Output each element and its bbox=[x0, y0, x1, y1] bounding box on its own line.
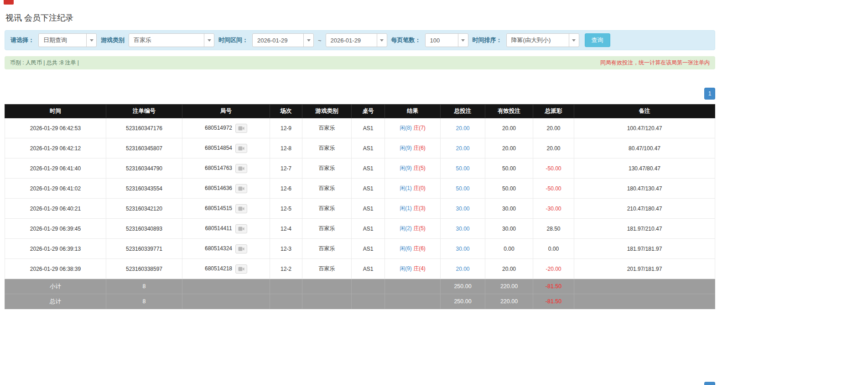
page-title: 视讯 会员下注纪录 bbox=[5, 0, 715, 30]
column-header: 局号 bbox=[182, 105, 270, 118]
round-video-button[interactable] bbox=[235, 184, 247, 193]
cell-round-id: 680514411 bbox=[182, 219, 270, 239]
cell-table-no: AS1 bbox=[352, 239, 385, 259]
cell-note: 130.47/80.47 bbox=[574, 158, 715, 179]
cell-total-bet: 20.00 bbox=[441, 138, 485, 158]
cell-session: 12-9 bbox=[270, 118, 302, 138]
filter-bar: 请选择： 日期查询 游戏类别 百家乐 时间区间： 2026-01-29 ~ 20… bbox=[5, 30, 715, 50]
result-banker: 庄(3) bbox=[413, 205, 426, 211]
cell-time: 2026-01-29 06:42:12 bbox=[5, 138, 106, 158]
result-player: 闲(1) bbox=[400, 205, 412, 211]
search-button[interactable]: 查询 bbox=[585, 33, 610, 47]
cell-session: 12-3 bbox=[270, 239, 302, 259]
cell-table-no: AS1 bbox=[352, 118, 385, 138]
cell-time: 2026-01-29 06:41:02 bbox=[5, 179, 106, 199]
total-bet-link[interactable]: 30.00 bbox=[456, 206, 469, 212]
round-id-text: 680514411 bbox=[205, 225, 232, 232]
column-header: 结果 bbox=[385, 105, 441, 118]
subtotal-row: 小计8250.00220.00-81.50 bbox=[5, 279, 715, 294]
query-mode-select[interactable]: 日期查询 bbox=[38, 33, 97, 47]
round-video-button[interactable] bbox=[235, 124, 247, 133]
cell-table-no: AS1 bbox=[352, 199, 385, 219]
chevron-down-icon bbox=[204, 34, 214, 47]
column-header: 游戏类别 bbox=[302, 105, 352, 118]
column-header: 注单编号 bbox=[106, 105, 182, 118]
cell-time: 2026-01-29 06:41:40 bbox=[5, 158, 106, 179]
game-type-select[interactable]: 百家乐 bbox=[129, 33, 214, 47]
page-size-label: 每页笔数： bbox=[391, 36, 421, 44]
cell-note: 201.97/181.97 bbox=[574, 259, 715, 279]
date-from-select[interactable]: 2026-01-29 bbox=[252, 33, 314, 47]
round-video-button[interactable] bbox=[235, 144, 247, 153]
cell-note: 210.47/180.47 bbox=[574, 199, 715, 219]
page-1-button[interactable]: 1 bbox=[704, 88, 715, 100]
cell-table-no: AS1 bbox=[352, 219, 385, 239]
cell-payout: 20.00 bbox=[533, 118, 574, 138]
cell-note: 80.47/100.47 bbox=[574, 138, 715, 158]
result-player: 闲(8) bbox=[400, 125, 412, 131]
video-replay-icon bbox=[238, 186, 244, 191]
cell-session: 12-7 bbox=[270, 158, 302, 179]
cell-time: 2026-01-29 06:40:21 bbox=[5, 199, 106, 219]
result-player: 闲(1) bbox=[400, 185, 412, 191]
total-bet-link[interactable]: 20.00 bbox=[456, 145, 469, 152]
total-bet-link[interactable]: 20.00 bbox=[456, 125, 469, 132]
total-bet-link[interactable]: 50.00 bbox=[456, 185, 469, 192]
result-player: 闲(9) bbox=[400, 145, 412, 151]
cell-payout: -50.00 bbox=[533, 179, 574, 199]
cell-total-bet: 30.00 bbox=[441, 219, 485, 239]
total-bet-link[interactable]: 20.00 bbox=[456, 266, 469, 272]
cell-payout: 28.50 bbox=[533, 219, 574, 239]
summary-payout: -81.50 bbox=[533, 279, 574, 294]
cell-result: 闲(1) 庄(0) bbox=[385, 179, 441, 199]
cell-total-bet: 30.00 bbox=[441, 199, 485, 219]
cell-note: 100.47/120.47 bbox=[574, 118, 715, 138]
chevron-down-icon bbox=[377, 34, 387, 47]
cell-note: 180.47/130.47 bbox=[574, 179, 715, 199]
cell-note: 181.97/210.47 bbox=[574, 219, 715, 239]
page-size-select[interactable]: 100 bbox=[425, 33, 468, 47]
result-player: 闲(9) bbox=[400, 165, 412, 171]
cell-game-type: 百家乐 bbox=[302, 158, 352, 179]
video-replay-icon bbox=[238, 246, 244, 252]
cell-bet-id: 523160345807 bbox=[106, 138, 182, 158]
total-bet-link[interactable]: 50.00 bbox=[456, 165, 469, 172]
summary-count: 8 bbox=[106, 279, 182, 294]
round-video-button[interactable] bbox=[235, 204, 247, 213]
video-replay-icon bbox=[238, 206, 244, 211]
page-1-button[interactable]: 1 bbox=[704, 382, 715, 385]
cell-valid-bet: 20.00 bbox=[485, 259, 533, 279]
cell-total-bet: 50.00 bbox=[441, 158, 485, 179]
sort-select[interactable]: 降冪(由大到小) bbox=[506, 33, 579, 47]
cell-table-no: AS1 bbox=[352, 138, 385, 158]
cell-payout: 0.00 bbox=[533, 239, 574, 259]
records-table: 时间注单编号局号场次游戏类别桌号结果总投注有效投注总派彩备注 2026-01-2… bbox=[5, 104, 715, 309]
date-to-select[interactable]: 2026-01-29 bbox=[326, 33, 387, 47]
date-to-value: 2026-01-29 bbox=[326, 37, 366, 44]
round-id-text: 680514515 bbox=[205, 205, 232, 211]
cell-bet-id: 523160340893 bbox=[106, 219, 182, 239]
cell-game-type: 百家乐 bbox=[302, 259, 352, 279]
cell-total-bet: 20.00 bbox=[441, 118, 485, 138]
result-player: 闲(9) bbox=[400, 265, 412, 272]
round-video-button[interactable] bbox=[235, 244, 247, 253]
summary-label: 小计 bbox=[5, 279, 106, 294]
cell-table-no: AS1 bbox=[352, 259, 385, 279]
total-bet-link[interactable]: 30.00 bbox=[456, 226, 469, 232]
pagination-top: 1 bbox=[5, 88, 715, 100]
game-type-value: 百家乐 bbox=[129, 36, 156, 44]
round-video-button[interactable] bbox=[235, 224, 247, 233]
cell-result: 闲(9) 庄(4) bbox=[385, 259, 441, 279]
cell-valid-bet: 20.00 bbox=[485, 118, 533, 138]
chevron-down-icon bbox=[458, 34, 468, 47]
cell-session: 12-2 bbox=[270, 259, 302, 279]
total-bet-link[interactable]: 30.00 bbox=[456, 246, 469, 252]
round-video-button[interactable] bbox=[235, 264, 247, 274]
result-player: 闲(6) bbox=[400, 245, 412, 252]
round-video-button[interactable] bbox=[235, 164, 247, 173]
cell-session: 12-5 bbox=[270, 199, 302, 219]
column-header: 总派彩 bbox=[533, 105, 574, 118]
chevron-down-icon bbox=[86, 34, 96, 47]
table-row: 2026-01-29 06:38:39523160338597680514218… bbox=[5, 259, 715, 279]
cell-game-type: 百家乐 bbox=[302, 239, 352, 259]
